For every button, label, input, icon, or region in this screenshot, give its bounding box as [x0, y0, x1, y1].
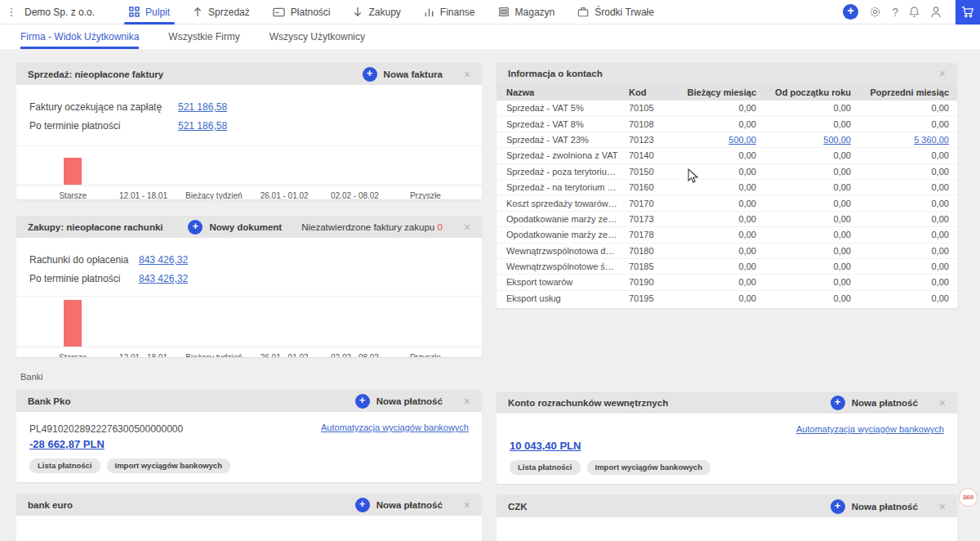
table-row: Opodatkowanie marży ze sprze...701780,00…: [497, 227, 957, 243]
close-icon[interactable]: ×: [464, 221, 470, 233]
chart-category-label: Starsze: [38, 347, 108, 357]
card-title: Zakupy: nieopłacone rachunki: [28, 222, 163, 232]
import-statements-chip[interactable]: Import wyciągów bankowych: [587, 460, 710, 474]
bank-actions: Lista płatności Import wyciągów bankowyc…: [29, 458, 469, 472]
nav-item-platnosci[interactable]: Płatności: [261, 0, 342, 25]
close-icon[interactable]: ×: [464, 396, 470, 407]
table-row: Sprzedaż - VAT 5%701050,000,000,00: [497, 101, 957, 116]
unapproved-purchase-invoices-link[interactable]: Niezatwierdzone faktury zakupu 0: [301, 222, 443, 232]
help-icon[interactable]: ?: [892, 6, 898, 19]
bills-overdue-amount-link[interactable]: 843 426,32: [139, 273, 188, 284]
table-row: Sprzedaż - na terytorium kraju ...701600…: [497, 180, 957, 195]
new-document-button[interactable]: + Nowy dokument: [188, 220, 282, 235]
purchases-row-label: Rachunki do opłacenia: [29, 251, 139, 270]
tab-firma-widok-uzytkownika[interactable]: Firma - Widok Użytkownika: [20, 25, 139, 49]
close-icon[interactable]: ×: [939, 397, 946, 409]
nav-item-pulpit[interactable]: Pulpit: [118, 0, 181, 25]
card-header: CZK + Nowa płatność ×: [497, 495, 957, 517]
nav-item-label: Płatności: [291, 7, 331, 18]
nav-item-finanse[interactable]: Finanse: [412, 0, 487, 25]
close-icon[interactable]: ×: [464, 69, 470, 80]
nav-item-sprzedaz[interactable]: Sprzedaż: [181, 0, 261, 25]
chart-bar: [64, 158, 82, 185]
sales-aging-chart: [16, 145, 482, 185]
column-header: Od początku roku: [764, 87, 859, 97]
payment-list-chip[interactable]: Lista płatności: [510, 460, 581, 474]
banks-section-label: Banki: [20, 372, 482, 382]
table-row: Sprzedaż - poza terytorium kraju701500,0…: [497, 164, 957, 180]
import-statements-chip[interactable]: Import wyciągów bankowych: [107, 458, 230, 472]
tab-wszyscy-uzytkownicy[interactable]: Wszyscy Użytkownicy: [270, 25, 365, 49]
bar-chart-icon: [424, 7, 434, 17]
chart-category-label: 02.02 - 08.02: [319, 186, 390, 199]
sales-summary: Faktury oczekujące na zapłatę521 186,58 …: [16, 85, 482, 136]
chart-category-label: 26.01 - 01.02: [249, 347, 319, 357]
new-payment-button[interactable]: + Nowa płatność: [831, 396, 918, 410]
nav-item-label: Środki Trwałe: [595, 7, 654, 18]
payment-list-chip[interactable]: Lista płatności: [29, 458, 100, 472]
bank-balance-link[interactable]: 10 043,40 PLN: [510, 440, 581, 452]
nav-item-label: Pulpit: [145, 7, 170, 18]
bank-statement-automation-link[interactable]: Automatyzacja wyciągów bankowych: [796, 424, 944, 434]
company-name[interactable]: Demo Sp. z o.o.: [24, 7, 95, 18]
notifications-icon[interactable]: [909, 6, 920, 18]
card-purchases-unpaid-bills: Zakupy: nieopłacone rachunki + Nowy doku…: [16, 216, 482, 357]
nav-item-magazyn[interactable]: Magazyn: [487, 0, 567, 25]
card-title: Konto rozrachunków wewnętrznych: [508, 398, 668, 408]
nav-item-label: Magazyn: [515, 7, 555, 18]
sales-overdue-amount-link[interactable]: 521 186,58: [178, 120, 227, 132]
new-payment-button[interactable]: + Nowa płatność: [355, 498, 443, 512]
bank-card-body: Automatyzacja wyciągów bankowych 10 043,…: [497, 414, 957, 474]
nav-item-label: Sprzedaż: [208, 7, 250, 18]
table-row: Wewnątrzwspólnotowa dostaw...701800,000,…: [497, 244, 957, 259]
column-header: Poprzedni miesiąc: [859, 87, 957, 97]
card-header: Zakupy: nieopłacone rachunki + Nowy doku…: [16, 216, 482, 238]
table-row: Wewnątrzwspólnotowe świadc...701850,000,…: [497, 259, 957, 275]
cart-icon[interactable]: [956, 0, 980, 25]
top-navigation: ⋮ Demo Sp. z o.o. Pulpit Sprzedaż Płatno…: [0, 0, 980, 25]
table-row: Eksport usług701950,000,000,00: [497, 291, 957, 306]
amount-link[interactable]: 500,00: [670, 135, 764, 145]
plus-icon: +: [831, 499, 845, 514]
tab-wszystkie-firmy[interactable]: Wszystkie Firmy: [168, 25, 239, 49]
amount-link[interactable]: 500,00: [764, 135, 859, 145]
card-header: Bank Pko + Nowa płatność ×: [16, 390, 482, 412]
bank-balance-link[interactable]: -28 662,87 PLN: [29, 438, 105, 450]
sales-row-label: Po terminie płatności: [29, 117, 178, 136]
chart-category-label: Starsze: [38, 186, 108, 199]
bills-to-pay-amount-link[interactable]: 843 426,32: [139, 254, 188, 266]
unapproved-count: 0: [437, 222, 442, 232]
sales-row-label: Faktury oczekujące na zapłatę: [29, 98, 178, 117]
chart-category-label: Bieżący tydzień: [179, 186, 249, 199]
card-title: Sprzedaż: nieopłacone faktury: [28, 69, 163, 79]
purchases-aging-chart: [16, 296, 482, 347]
card-czk: CZK + Nowa płatność ×: [497, 495, 957, 541]
plus-icon: +: [831, 396, 845, 410]
card-account-info: Informacja o kontach × Nazwa Kod Bieżący…: [497, 63, 957, 308]
settings-icon[interactable]: [869, 6, 881, 18]
bank-statement-automation-link[interactable]: Automatyzacja wyciągów bankowych: [321, 423, 469, 432]
chart-category-label: 26.01 - 01.02: [249, 186, 319, 199]
widget-360-badge[interactable]: 360: [959, 488, 978, 507]
sales-awaiting-amount-link[interactable]: 521 186,58: [178, 101, 227, 113]
close-icon[interactable]: ×: [464, 499, 470, 511]
card-title: CZK: [508, 502, 528, 512]
user-icon[interactable]: [930, 6, 942, 18]
close-icon[interactable]: ×: [939, 501, 946, 512]
column-header: Nazwa: [497, 87, 619, 97]
add-icon[interactable]: +: [843, 4, 858, 20]
new-payment-button[interactable]: + Nowa płatność: [355, 394, 443, 409]
card-header: Konto rozrachunków wewnętrznych + Nowa p…: [497, 391, 957, 414]
card-bank-pko: Bank Pko + Nowa płatność × PL49102028922…: [16, 390, 482, 482]
nav-item-srodki-trwale[interactable]: Środki Trwałe: [566, 0, 666, 25]
card-title: Informacja o kontach: [508, 69, 603, 78]
new-payment-button[interactable]: + Nowa płatność: [831, 499, 918, 514]
arrow-down-icon: [353, 7, 363, 17]
amount-link[interactable]: 5 360,00: [859, 135, 957, 145]
purchases-chart-labels: Starsze 12.01 - 18.01 Bieżący tydzień 26…: [16, 347, 482, 357]
card-header: Informacja o kontach ×: [497, 63, 957, 84]
new-invoice-button[interactable]: + Nowa faktura: [363, 67, 443, 82]
kebab-menu-icon[interactable]: ⋮: [5, 6, 18, 18]
close-icon[interactable]: ×: [939, 68, 946, 79]
nav-item-zakupy[interactable]: Zakupy: [341, 0, 412, 25]
